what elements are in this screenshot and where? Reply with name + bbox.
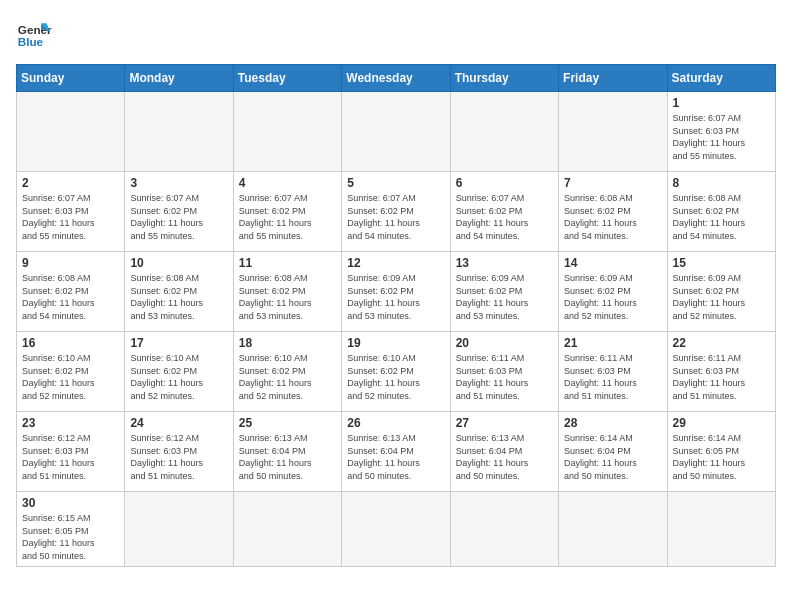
day-number: 14	[564, 256, 661, 270]
day-info: Sunrise: 6:08 AM Sunset: 6:02 PM Dayligh…	[239, 272, 336, 322]
calendar-cell	[125, 92, 233, 172]
day-info: Sunrise: 6:13 AM Sunset: 6:04 PM Dayligh…	[347, 432, 444, 482]
day-number: 2	[22, 176, 119, 190]
weekday-header-row: SundayMondayTuesdayWednesdayThursdayFrid…	[17, 65, 776, 92]
calendar-cell: 13Sunrise: 6:09 AM Sunset: 6:02 PM Dayli…	[450, 252, 558, 332]
day-number: 3	[130, 176, 227, 190]
day-number: 6	[456, 176, 553, 190]
day-info: Sunrise: 6:15 AM Sunset: 6:05 PM Dayligh…	[22, 512, 119, 562]
day-info: Sunrise: 6:10 AM Sunset: 6:02 PM Dayligh…	[239, 352, 336, 402]
calendar-week-row: 2Sunrise: 6:07 AM Sunset: 6:03 PM Daylig…	[17, 172, 776, 252]
calendar-week-row: 30Sunrise: 6:15 AM Sunset: 6:05 PM Dayli…	[17, 492, 776, 567]
weekday-header-wednesday: Wednesday	[342, 65, 450, 92]
calendar-cell: 10Sunrise: 6:08 AM Sunset: 6:02 PM Dayli…	[125, 252, 233, 332]
calendar-cell: 11Sunrise: 6:08 AM Sunset: 6:02 PM Dayli…	[233, 252, 341, 332]
calendar-cell: 26Sunrise: 6:13 AM Sunset: 6:04 PM Dayli…	[342, 412, 450, 492]
page-header: General Blue	[16, 16, 776, 52]
day-info: Sunrise: 6:07 AM Sunset: 6:03 PM Dayligh…	[22, 192, 119, 242]
calendar-cell	[233, 492, 341, 567]
day-number: 9	[22, 256, 119, 270]
logo: General Blue	[16, 16, 58, 52]
day-number: 1	[673, 96, 770, 110]
weekday-header-tuesday: Tuesday	[233, 65, 341, 92]
day-info: Sunrise: 6:14 AM Sunset: 6:05 PM Dayligh…	[673, 432, 770, 482]
calendar-cell: 17Sunrise: 6:10 AM Sunset: 6:02 PM Dayli…	[125, 332, 233, 412]
weekday-header-monday: Monday	[125, 65, 233, 92]
day-info: Sunrise: 6:07 AM Sunset: 6:02 PM Dayligh…	[239, 192, 336, 242]
calendar-cell: 27Sunrise: 6:13 AM Sunset: 6:04 PM Dayli…	[450, 412, 558, 492]
calendar-cell: 2Sunrise: 6:07 AM Sunset: 6:03 PM Daylig…	[17, 172, 125, 252]
calendar-cell	[125, 492, 233, 567]
day-number: 25	[239, 416, 336, 430]
calendar-cell: 14Sunrise: 6:09 AM Sunset: 6:02 PM Dayli…	[559, 252, 667, 332]
calendar-cell: 6Sunrise: 6:07 AM Sunset: 6:02 PM Daylig…	[450, 172, 558, 252]
calendar-cell: 22Sunrise: 6:11 AM Sunset: 6:03 PM Dayli…	[667, 332, 775, 412]
calendar-cell	[559, 492, 667, 567]
day-number: 5	[347, 176, 444, 190]
calendar-cell: 21Sunrise: 6:11 AM Sunset: 6:03 PM Dayli…	[559, 332, 667, 412]
day-number: 19	[347, 336, 444, 350]
day-number: 13	[456, 256, 553, 270]
calendar-cell: 28Sunrise: 6:14 AM Sunset: 6:04 PM Dayli…	[559, 412, 667, 492]
day-info: Sunrise: 6:08 AM Sunset: 6:02 PM Dayligh…	[673, 192, 770, 242]
calendar-week-row: 23Sunrise: 6:12 AM Sunset: 6:03 PM Dayli…	[17, 412, 776, 492]
calendar-cell: 25Sunrise: 6:13 AM Sunset: 6:04 PM Dayli…	[233, 412, 341, 492]
day-info: Sunrise: 6:10 AM Sunset: 6:02 PM Dayligh…	[347, 352, 444, 402]
calendar-cell	[17, 92, 125, 172]
day-info: Sunrise: 6:11 AM Sunset: 6:03 PM Dayligh…	[456, 352, 553, 402]
calendar-cell	[667, 492, 775, 567]
calendar-cell	[450, 492, 558, 567]
weekday-header-sunday: Sunday	[17, 65, 125, 92]
day-info: Sunrise: 6:09 AM Sunset: 6:02 PM Dayligh…	[673, 272, 770, 322]
day-number: 12	[347, 256, 444, 270]
day-info: Sunrise: 6:14 AM Sunset: 6:04 PM Dayligh…	[564, 432, 661, 482]
calendar-cell: 30Sunrise: 6:15 AM Sunset: 6:05 PM Dayli…	[17, 492, 125, 567]
day-info: Sunrise: 6:07 AM Sunset: 6:03 PM Dayligh…	[673, 112, 770, 162]
calendar-cell	[342, 92, 450, 172]
day-info: Sunrise: 6:13 AM Sunset: 6:04 PM Dayligh…	[239, 432, 336, 482]
day-number: 7	[564, 176, 661, 190]
day-info: Sunrise: 6:07 AM Sunset: 6:02 PM Dayligh…	[456, 192, 553, 242]
calendar-cell: 4Sunrise: 6:07 AM Sunset: 6:02 PM Daylig…	[233, 172, 341, 252]
calendar-cell: 29Sunrise: 6:14 AM Sunset: 6:05 PM Dayli…	[667, 412, 775, 492]
calendar-table: SundayMondayTuesdayWednesdayThursdayFrid…	[16, 64, 776, 567]
day-number: 28	[564, 416, 661, 430]
day-number: 17	[130, 336, 227, 350]
calendar-week-row: 9Sunrise: 6:08 AM Sunset: 6:02 PM Daylig…	[17, 252, 776, 332]
calendar-cell: 24Sunrise: 6:12 AM Sunset: 6:03 PM Dayli…	[125, 412, 233, 492]
day-number: 10	[130, 256, 227, 270]
calendar-cell	[342, 492, 450, 567]
calendar-cell: 16Sunrise: 6:10 AM Sunset: 6:02 PM Dayli…	[17, 332, 125, 412]
day-number: 11	[239, 256, 336, 270]
day-number: 29	[673, 416, 770, 430]
day-info: Sunrise: 6:11 AM Sunset: 6:03 PM Dayligh…	[673, 352, 770, 402]
day-info: Sunrise: 6:10 AM Sunset: 6:02 PM Dayligh…	[130, 352, 227, 402]
day-number: 24	[130, 416, 227, 430]
calendar-cell: 19Sunrise: 6:10 AM Sunset: 6:02 PM Dayli…	[342, 332, 450, 412]
day-number: 23	[22, 416, 119, 430]
day-number: 4	[239, 176, 336, 190]
calendar-week-row: 16Sunrise: 6:10 AM Sunset: 6:02 PM Dayli…	[17, 332, 776, 412]
day-number: 21	[564, 336, 661, 350]
calendar-cell: 5Sunrise: 6:07 AM Sunset: 6:02 PM Daylig…	[342, 172, 450, 252]
day-info: Sunrise: 6:09 AM Sunset: 6:02 PM Dayligh…	[456, 272, 553, 322]
day-info: Sunrise: 6:08 AM Sunset: 6:02 PM Dayligh…	[564, 192, 661, 242]
day-info: Sunrise: 6:07 AM Sunset: 6:02 PM Dayligh…	[130, 192, 227, 242]
day-info: Sunrise: 6:09 AM Sunset: 6:02 PM Dayligh…	[347, 272, 444, 322]
calendar-cell: 1Sunrise: 6:07 AM Sunset: 6:03 PM Daylig…	[667, 92, 775, 172]
day-info: Sunrise: 6:10 AM Sunset: 6:02 PM Dayligh…	[22, 352, 119, 402]
calendar-cell: 23Sunrise: 6:12 AM Sunset: 6:03 PM Dayli…	[17, 412, 125, 492]
calendar-cell	[450, 92, 558, 172]
day-info: Sunrise: 6:13 AM Sunset: 6:04 PM Dayligh…	[456, 432, 553, 482]
calendar-cell: 7Sunrise: 6:08 AM Sunset: 6:02 PM Daylig…	[559, 172, 667, 252]
day-number: 27	[456, 416, 553, 430]
weekday-header-saturday: Saturday	[667, 65, 775, 92]
calendar-week-row: 1Sunrise: 6:07 AM Sunset: 6:03 PM Daylig…	[17, 92, 776, 172]
day-info: Sunrise: 6:08 AM Sunset: 6:02 PM Dayligh…	[22, 272, 119, 322]
calendar-cell	[559, 92, 667, 172]
day-info: Sunrise: 6:07 AM Sunset: 6:02 PM Dayligh…	[347, 192, 444, 242]
day-info: Sunrise: 6:09 AM Sunset: 6:02 PM Dayligh…	[564, 272, 661, 322]
calendar-cell: 12Sunrise: 6:09 AM Sunset: 6:02 PM Dayli…	[342, 252, 450, 332]
day-number: 20	[456, 336, 553, 350]
day-number: 18	[239, 336, 336, 350]
